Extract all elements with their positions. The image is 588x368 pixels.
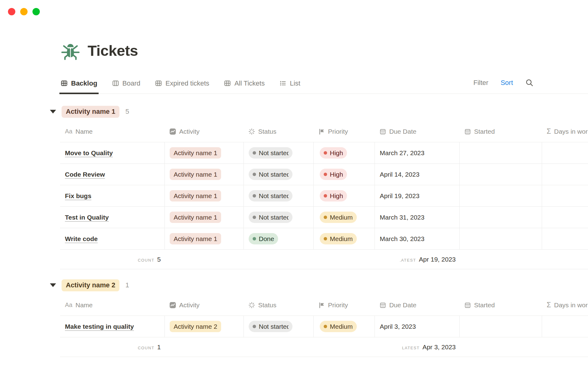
days-in-work-cell[interactable] bbox=[542, 185, 588, 206]
zoom-window-button[interactable] bbox=[32, 8, 40, 15]
view-controls: Filter Sort bbox=[473, 76, 533, 87]
column-header-due-date[interactable]: Due Date bbox=[375, 121, 459, 142]
due-date-cell[interactable]: April 19, 2023 bbox=[375, 185, 459, 206]
status-dot-icon bbox=[253, 237, 256, 240]
priority-dot-icon bbox=[324, 216, 327, 219]
due-date-cell[interactable]: March 27, 2023 bbox=[375, 142, 459, 163]
column-header-days-in-work[interactable]: Σ Days in work bbox=[542, 294, 588, 316]
ticket-name-link[interactable]: Fix bugs bbox=[65, 192, 91, 200]
started-cell[interactable] bbox=[459, 142, 542, 163]
count-aggregate[interactable]: COUNT5 bbox=[60, 250, 164, 269]
column-header-activity[interactable]: Activity bbox=[164, 294, 243, 316]
tab-backlog[interactable]: Backlog bbox=[60, 76, 98, 94]
latest-date-aggregate[interactable]: LATESTApr 3, 2023 bbox=[375, 337, 459, 357]
due-date-cell[interactable]: March 31, 2023 bbox=[375, 207, 459, 228]
tab-all-tickets[interactable]: All Tickets bbox=[223, 76, 265, 94]
tab-expired-tickets[interactable]: Expired tickets bbox=[154, 76, 210, 94]
calendar-icon bbox=[464, 302, 471, 309]
activity-tag: Activity name 1 bbox=[170, 147, 221, 159]
activity-tag: Activity name 1 bbox=[170, 190, 221, 201]
tab-label: Backlog bbox=[71, 79, 97, 87]
table-row: Test in Quality Activity name 1 Not star… bbox=[60, 207, 588, 228]
sigma-icon: Σ bbox=[547, 127, 551, 136]
flag-icon bbox=[318, 302, 325, 309]
priority-dot-icon bbox=[324, 151, 327, 155]
ticket-name-link[interactable]: Move to Quality bbox=[65, 149, 113, 157]
activity-tag: Activity name 1 bbox=[170, 212, 221, 223]
started-cell[interactable] bbox=[459, 228, 542, 249]
search-icon[interactable] bbox=[525, 79, 533, 87]
ticket-name-link[interactable]: Code Review bbox=[65, 171, 105, 178]
text-icon: Aa bbox=[65, 128, 72, 135]
group-count: 1 bbox=[125, 281, 129, 289]
tab-list[interactable]: List bbox=[279, 76, 301, 94]
tab-label: List bbox=[290, 79, 300, 87]
latest-date-aggregate[interactable]: LATESTApr 19, 2023 bbox=[375, 250, 459, 269]
column-header-priority[interactable]: Priority bbox=[313, 121, 375, 142]
activity-tag: Activity name 1 bbox=[170, 233, 221, 244]
column-header-name[interactable]: Aa Name bbox=[60, 121, 164, 142]
activity-tag: Activity name 1 bbox=[170, 169, 221, 180]
filter-button[interactable]: Filter bbox=[473, 79, 488, 87]
group-header-activity-2: Activity name 2 1 bbox=[49, 278, 588, 292]
due-date-cell[interactable]: April 3, 2023 bbox=[375, 316, 459, 337]
started-cell[interactable] bbox=[459, 316, 542, 337]
view-tabs: Backlog Board Expired ti bbox=[60, 76, 301, 94]
column-header-priority[interactable]: Priority bbox=[313, 294, 375, 316]
column-header-started[interactable]: Started bbox=[459, 121, 542, 142]
list-view-icon bbox=[279, 80, 286, 87]
priority-tag: Medium bbox=[320, 321, 357, 332]
table-row: Code Review Activity name 1 Not started … bbox=[60, 164, 588, 185]
table-group-2: Aa Name Activity Status bbox=[60, 294, 588, 357]
group-pill[interactable]: Activity name 1 bbox=[62, 106, 119, 118]
started-cell[interactable] bbox=[459, 164, 542, 185]
column-header-started[interactable]: Started bbox=[459, 294, 542, 316]
days-in-work-cell[interactable] bbox=[542, 164, 588, 185]
count-aggregate[interactable]: COUNT1 bbox=[60, 337, 164, 357]
column-header-due-date[interactable]: Due Date bbox=[375, 294, 459, 316]
started-cell[interactable] bbox=[459, 185, 542, 206]
tab-label: Board bbox=[123, 79, 141, 87]
close-window-button[interactable] bbox=[8, 8, 15, 15]
sort-button[interactable]: Sort bbox=[501, 79, 513, 87]
days-in-work-cell[interactable] bbox=[542, 316, 588, 337]
status-dot-icon bbox=[253, 173, 256, 176]
minimize-window-button[interactable] bbox=[20, 8, 28, 15]
table-footer-row: COUNT5 LATESTApr 19, 2023 bbox=[60, 250, 588, 269]
group-pill[interactable]: Activity name 2 bbox=[62, 279, 119, 291]
group-header-activity-1: Activity name 1 5 bbox=[49, 105, 588, 118]
column-header-status[interactable]: Status bbox=[243, 294, 313, 316]
days-in-work-cell[interactable] bbox=[542, 207, 588, 228]
priority-dot-icon bbox=[324, 194, 327, 197]
priority-tag: High bbox=[320, 147, 347, 159]
started-cell[interactable] bbox=[459, 207, 542, 228]
days-in-work-cell[interactable] bbox=[542, 142, 588, 163]
tab-board[interactable]: Board bbox=[111, 76, 141, 94]
relation-icon bbox=[169, 302, 176, 309]
group-collapse-toggle[interactable] bbox=[49, 110, 57, 113]
column-header-activity[interactable]: Activity bbox=[164, 121, 243, 142]
group-collapse-toggle[interactable] bbox=[49, 283, 57, 287]
column-header-days-in-work[interactable]: Σ Days in work bbox=[542, 121, 588, 142]
status-tag: Not started bbox=[249, 147, 292, 159]
group-count: 5 bbox=[125, 108, 129, 116]
calendar-icon bbox=[464, 128, 471, 135]
ticket-name-link[interactable]: Test in Quality bbox=[65, 214, 109, 221]
status-tag: Not started bbox=[249, 321, 292, 332]
priority-tag: Medium bbox=[320, 212, 357, 223]
table-view-icon bbox=[61, 80, 68, 87]
table-header-row: Aa Name Activity Status bbox=[60, 121, 588, 142]
due-date-cell[interactable]: March 30, 2023 bbox=[375, 228, 459, 249]
status-tag: Done bbox=[249, 233, 278, 244]
due-date-cell[interactable]: April 14, 2023 bbox=[375, 164, 459, 185]
ticket-name-link[interactable]: Write code bbox=[65, 235, 98, 243]
column-header-status[interactable]: Status bbox=[243, 121, 313, 142]
column-header-name[interactable]: Aa Name bbox=[60, 294, 164, 316]
table-group-1: Aa Name Activity Status bbox=[60, 121, 588, 269]
status-dot-icon bbox=[253, 151, 256, 155]
calendar-icon bbox=[379, 128, 386, 135]
chevron-down-icon bbox=[50, 110, 56, 113]
activity-tag: Activity name 2 bbox=[170, 321, 221, 332]
days-in-work-cell[interactable] bbox=[542, 228, 588, 249]
ticket-name-link[interactable]: Make testing in quality bbox=[65, 323, 134, 330]
